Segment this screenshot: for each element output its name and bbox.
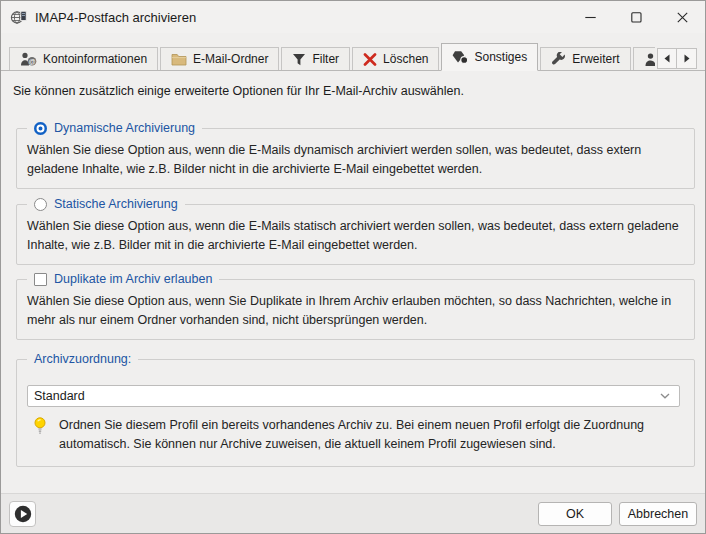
tab-scroll-right-button[interactable] — [677, 48, 697, 69]
run-button[interactable] — [9, 501, 36, 527]
tab-label: E-Mail-Ordner — [193, 52, 268, 66]
tab-sonstiges[interactable]: Sonstiges — [441, 43, 538, 71]
static-archiving-description: Wählen Sie diese Option aus, wenn die E-… — [27, 217, 680, 255]
dynamic-archiving-radio[interactable] — [34, 122, 47, 135]
app-globe-server-icon — [10, 9, 27, 25]
tab-scroller — [657, 48, 697, 69]
archive-assignment-label: Archivzuordnung: — [34, 351, 131, 368]
archive-select-value: Standard — [34, 389, 659, 403]
tab-label: Sonstiges — [474, 50, 527, 64]
dialog-window: IMAP4-Postfach archivieren @ — [0, 0, 706, 534]
play-circle-icon — [14, 505, 32, 523]
duplicates-description: Wählen Sie diese Option aus, wenn Sie Du… — [27, 292, 680, 330]
close-button[interactable] — [659, 1, 705, 33]
account-icon: @ — [20, 52, 37, 66]
close-icon — [677, 12, 688, 23]
filter-icon — [292, 53, 306, 66]
static-archiving-option[interactable]: Statische Archivierung — [27, 196, 185, 213]
footer-bar: OK Abbrechen — [1, 493, 705, 533]
minimize-icon — [585, 12, 596, 23]
tab-bar: @ Kontoinformationen E-Mail-Ordner Filte… — [1, 33, 705, 71]
tab-label: Löschen — [383, 52, 428, 66]
dynamic-archiving-group: Dynamische Archivierung Wählen Sie diese… — [16, 128, 695, 189]
delete-x-icon — [363, 53, 377, 66]
static-archiving-group: Statische Archivierung Wählen Sie diese … — [16, 204, 695, 265]
tab-label: Filter — [312, 52, 339, 66]
chevron-down-icon — [659, 392, 671, 400]
intro-text: Sie können zusätzlich einige erweiterte … — [13, 84, 695, 98]
minimize-button[interactable] — [567, 1, 613, 33]
static-archiving-label: Statische Archivierung — [54, 196, 178, 213]
svg-text:@: @ — [28, 58, 35, 65]
tab-loeschen[interactable]: Löschen — [352, 47, 439, 70]
duplicates-group: Duplikate im Archiv erlauben Wählen Sie … — [16, 279, 695, 340]
ok-button[interactable]: OK — [538, 502, 612, 526]
tab-filter[interactable]: Filter — [281, 47, 350, 70]
tab-erweitert[interactable]: Erweitert — [540, 47, 630, 70]
duplicates-label: Duplikate im Archiv erlauben — [54, 271, 212, 288]
archive-hint-text: Ordnen Sie diesem Profil ein bereits vor… — [59, 416, 661, 454]
sonstiges-tab-pane: Sie können zusätzlich einige erweiterte … — [1, 71, 705, 493]
shapes-icon — [452, 50, 468, 64]
maximize-icon — [631, 12, 642, 23]
lightbulb-icon — [33, 417, 47, 454]
maximize-button[interactable] — [613, 1, 659, 33]
tab-benutzerzuweisung[interactable]: Benutzerzuw — [633, 47, 655, 70]
duplicates-option[interactable]: Duplikate im Archiv erlauben — [27, 271, 219, 288]
tab-email-ordner[interactable]: E-Mail-Ordner — [160, 47, 279, 70]
tab-kontoinformationen[interactable]: @ Kontoinformationen — [9, 47, 158, 70]
static-archiving-radio[interactable] — [34, 198, 47, 211]
window-controls — [567, 1, 705, 33]
window-title: IMAP4-Postfach archivieren — [35, 10, 196, 25]
duplicates-checkbox[interactable] — [34, 273, 47, 286]
archive-assignment-legend: Archivzuordnung: — [27, 351, 138, 368]
tab-label: Erweitert — [572, 52, 619, 66]
folder-icon — [171, 53, 187, 66]
titlebar: IMAP4-Postfach archivieren — [1, 1, 705, 33]
archive-assignment-group: Archivzuordnung: Standard Ordnen Sie die… — [16, 359, 695, 467]
archive-select[interactable]: Standard — [27, 385, 680, 407]
dynamic-archiving-description: Wählen Sie diese Option aus, wenn die E-… — [27, 141, 680, 179]
tab-label: Kontoinformationen — [43, 52, 147, 66]
arrow-right-icon — [683, 54, 691, 63]
wrench-icon — [551, 52, 566, 66]
dynamic-archiving-option[interactable]: Dynamische Archivierung — [27, 120, 202, 137]
tab-scroll-left-button[interactable] — [657, 48, 677, 69]
arrow-left-icon — [663, 54, 671, 63]
archive-hint-row: Ordnen Sie diesem Profil ein bereits vor… — [27, 416, 680, 454]
dynamic-archiving-label: Dynamische Archivierung — [54, 120, 195, 137]
user-icon — [644, 53, 655, 66]
cancel-button[interactable]: Abbrechen — [619, 502, 697, 526]
